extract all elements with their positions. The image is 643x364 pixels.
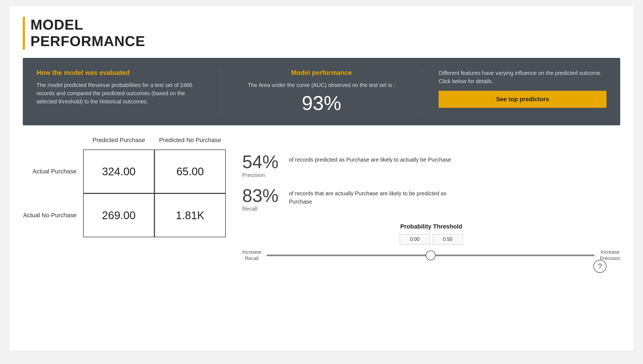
cell-tn: 1.81K (154, 193, 226, 237)
info-banner: How the model was evaluated The model pr… (23, 58, 620, 125)
threshold-slider-container[interactable] (267, 250, 594, 261)
predictors-text: Different features have varying influenc… (439, 69, 607, 85)
header: MODEL PERFORMANCE (23, 17, 620, 50)
threshold-max-input[interactable] (433, 234, 463, 245)
threshold-inputs (242, 234, 620, 245)
banner-section-evaluation: How the model was evaluated The model pr… (36, 69, 204, 106)
help-icon-container: ? (593, 260, 607, 273)
main-card: MODEL PERFORMANCE How the model was eval… (9, 5, 634, 351)
col-header-purchase: Predicted Purchase (83, 136, 154, 150)
help-icon[interactable]: ? (593, 260, 607, 273)
precision-value: 54% (242, 153, 278, 171)
divider-2 (422, 69, 422, 114)
divider-1 (221, 69, 221, 114)
row-label-actual-purchase: Actual Purchase (23, 168, 83, 175)
performance-title: Model performance (291, 69, 352, 77)
accent-bar (23, 17, 25, 50)
banner-section-performance: Model performance The Area under the cur… (238, 69, 405, 114)
recall-desc: of records that are actually Purchase ar… (289, 187, 453, 206)
recall-label: Recall (242, 206, 258, 212)
increase-recall-label: IncreaseRecall (242, 249, 261, 262)
col-header-no-purchase: Predicted No Purchase (154, 136, 226, 150)
matrix-row-1: Actual Purchase 324.00 65.00 (23, 149, 226, 193)
page-title: MODEL PERFORMANCE (30, 17, 145, 50)
main-content: Predicted Purchase Predicted No Purchase… (23, 134, 620, 265)
slider-track (267, 255, 594, 256)
matrix-grid-row-2: 269.00 1.81K (83, 193, 226, 237)
matrix-row-2: Actual No Purchase 269.00 1.81K (23, 193, 226, 237)
evaluation-title: How the model was evaluated (36, 69, 204, 77)
row-label-actual-no-purchase: Actual No Purchase (23, 212, 83, 219)
cell-fp: 269.00 (83, 193, 154, 237)
precision-label: Precision (242, 172, 265, 178)
auc-value: 93% (302, 92, 341, 114)
precision-desc: of records predicted as Purchase are lik… (289, 153, 451, 164)
recall-row: 83% Recall of records that are actually … (242, 187, 620, 212)
confusion-matrix-section: Predicted Purchase Predicted No Purchase… (23, 136, 226, 238)
threshold-min-input[interactable] (400, 234, 430, 245)
matrix-grid-row-1: 324.00 65.00 (83, 149, 226, 193)
cell-tp: 324.00 (83, 149, 154, 193)
evaluation-text: The model predicted Revenue probabilitie… (36, 81, 204, 106)
recall-block: 83% Recall (242, 187, 281, 212)
threshold-slider-row: IncreaseRecall IncreasePrecision (242, 249, 620, 262)
matrix-col-headers: Predicted Purchase Predicted No Purchase (83, 136, 226, 150)
banner-section-predictors: Different features have varying influenc… (439, 69, 607, 108)
threshold-section: Probability Threshold IncreaseRecall Inc… (242, 223, 620, 262)
precision-block: 54% Precision (242, 153, 281, 178)
metrics-section: 54% Precision of records predicted as Pu… (242, 136, 620, 262)
precision-row: 54% Precision of records predicted as Pu… (242, 153, 620, 178)
recall-value: 83% (242, 187, 278, 205)
content-wrapper: Predicted Purchase Predicted No Purchase… (23, 134, 620, 265)
matrix-rows: Actual Purchase 324.00 65.00 Actual No P… (23, 149, 226, 237)
slider-thumb[interactable] (426, 250, 436, 260)
performance-text: The Area under the curve (AUC) observed … (248, 81, 395, 89)
cell-fn: 65.00 (154, 149, 226, 193)
see-top-predictors-button[interactable]: See top predictors (439, 91, 607, 108)
threshold-title: Probability Threshold (242, 223, 620, 230)
